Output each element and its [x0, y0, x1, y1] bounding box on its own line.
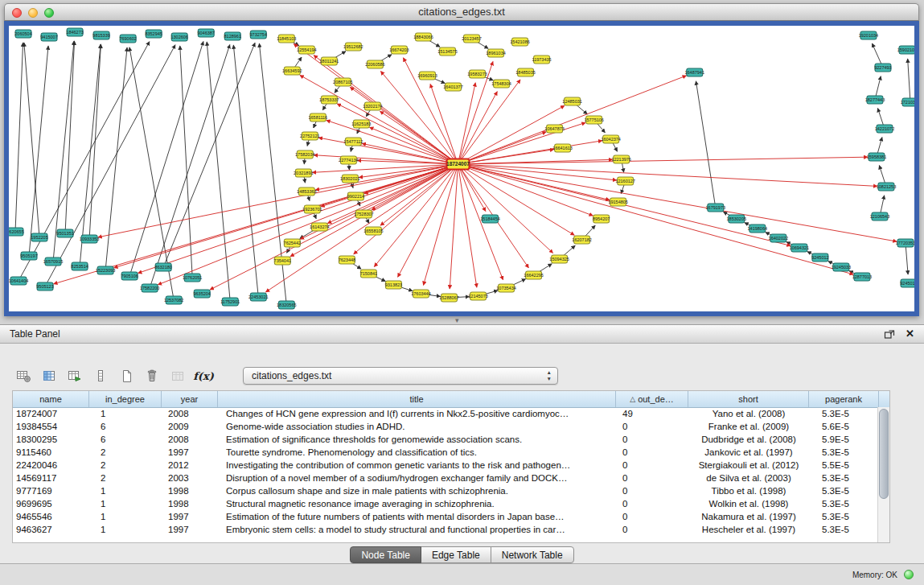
new-column-button[interactable] [64, 366, 85, 385]
network-node[interactable]: 16960913 [417, 72, 437, 80]
network-node[interactable]: 7150841 [360, 270, 377, 278]
network-node[interactable]: 10762051 [183, 274, 202, 282]
network-node[interactable]: 17720353 [896, 239, 914, 247]
network-node[interactable]: 17210363 [901, 98, 914, 106]
network-node[interactable]: 12877013 [852, 273, 872, 281]
network-node[interactable]: 2620655 [9, 228, 24, 236]
network-node[interactable]: 19583273 [467, 70, 487, 78]
network-node[interactable]: 18530205 [727, 215, 746, 223]
network-node[interactable]: 16207182 [572, 236, 591, 244]
network-node[interactable]: 8253514 [71, 262, 88, 270]
close-panel-icon[interactable]: ✕ [906, 328, 914, 340]
network-node[interactable]: 12537082 [164, 296, 183, 304]
network-node[interactable]: 16634592 [282, 67, 302, 75]
float-panel-icon[interactable] [884, 328, 895, 340]
network-node[interactable]: 20123457 [462, 35, 481, 43]
network-node[interactable]: 9245012 [811, 253, 828, 262]
network-node[interactable]: 1952205 [31, 233, 47, 241]
table-row[interactable]: 946554611997Estimation of the future num… [13, 510, 878, 523]
network-node[interactable]: 18753337 [319, 96, 339, 104]
minimize-button[interactable] [28, 8, 38, 18]
column-header-year[interactable]: year [162, 391, 218, 407]
network-node[interactable]: 12554194 [297, 46, 316, 54]
column-header-pagerank[interactable]: pagerank [809, 391, 879, 407]
network-node[interactable]: 7623448 [339, 256, 355, 264]
network-node[interactable]: 10933353 [80, 235, 99, 243]
network-node[interactable]: 9732754 [250, 31, 267, 39]
network-node[interactable]: 9227493 [874, 64, 891, 72]
network-node[interactable]: 9501351 [56, 229, 73, 237]
new-table-button[interactable] [116, 366, 137, 385]
network-node[interactable]: 7690602 [119, 35, 136, 43]
network-node[interactable]: 19512682 [343, 43, 363, 51]
network-node[interactable]: 12160127 [615, 177, 634, 185]
network-node[interactable]: 13202174 [363, 102, 382, 110]
show-columns-button[interactable] [39, 366, 60, 385]
network-node[interactable]: 11973435 [532, 56, 552, 64]
network-node[interactable]: 7905106 [121, 272, 138, 280]
network-window-titlebar[interactable]: citations_edges.txt [4, 3, 919, 21]
network-node[interactable]: 22774134 [339, 156, 358, 164]
function-builder-button[interactable]: f(x) [193, 366, 214, 385]
network-node[interactable]: 10821253 [877, 183, 896, 191]
network-node[interactable]: 12106543 [870, 212, 889, 220]
network-node[interactable]: 16558105 [363, 227, 383, 235]
network-node[interactable]: 9505123 [36, 282, 53, 290]
network-node[interactable]: 1846273 [66, 28, 83, 36]
network-node[interactable]: 7625442 [284, 239, 301, 247]
network-node[interactable]: 9245018 [900, 279, 914, 287]
network-canvas[interactable]: 2060504941500718462739815339769060283529… [9, 26, 914, 311]
network-node[interactable]: 15421086 [510, 38, 529, 46]
network-node[interactable]: 17548304 [491, 80, 511, 88]
network-node[interactable]: 16674203 [389, 46, 409, 54]
scrollbar-thumb[interactable] [879, 409, 889, 499]
network-node[interactable]: 17582034 [295, 150, 314, 159]
network-node[interactable]: 15134575 [437, 47, 457, 56]
network-node[interactable]: 17528307 [354, 210, 373, 218]
network-node[interactable]: 15094325 [549, 255, 569, 263]
network-node[interactable]: 20321891 [294, 169, 313, 177]
network-node[interactable]: 17603444 [411, 290, 430, 298]
network-node[interactable]: 9902214 [347, 192, 364, 200]
network-node[interactable]: 9815339 [92, 31, 109, 39]
network-node[interactable]: 15184454 [480, 215, 499, 223]
network-node[interactable]: 1302606 [170, 33, 187, 41]
network-node[interactable]: 16581116 [309, 113, 328, 122]
network-node[interactable]: 8352945 [145, 30, 162, 38]
network-node[interactable]: 14221072 [875, 125, 894, 133]
delete-table-button[interactable] [142, 366, 162, 385]
table-row[interactable]: 977716911998Corpus callosum shape and si… [13, 484, 878, 497]
panel-resize-handle[interactable]: ▾ [455, 316, 459, 324]
network-node[interactable]: 18724007 [446, 159, 470, 170]
network-node[interactable]: 16401377 [443, 83, 462, 91]
table-row[interactable]: 1872400712008Changes of HCN gene express… [13, 407, 878, 420]
close-button[interactable] [12, 8, 22, 18]
network-node[interactable]: 11845103 [277, 35, 296, 43]
network-node[interactable]: 22060586 [365, 60, 384, 68]
tab-edge-table[interactable]: Edge Table [421, 546, 491, 563]
column-header-title[interactable]: title [218, 391, 616, 407]
network-node[interactable]: 19245033 [832, 263, 851, 271]
network-node[interactable]: 16641613 [552, 144, 572, 152]
zoom-button[interactable] [44, 8, 54, 18]
network-node[interactable]: 16570915 [43, 257, 63, 266]
network-node[interactable]: 2060504 [14, 30, 31, 38]
table-row[interactable]: 1456911722003Disruption of a novel membe… [13, 472, 878, 484]
column-header-name[interactable]: name [13, 391, 89, 407]
network-node[interactable]: 22752121 [300, 132, 319, 140]
network-node[interactable]: 17582200 [140, 284, 159, 292]
network-node[interactable]: 12145073 [468, 292, 487, 300]
network-node[interactable]: 12213976 [611, 155, 630, 163]
network-node[interactable]: 10694321 [790, 244, 809, 252]
network-node[interactable]: 19201034 [859, 31, 878, 39]
network-node[interactable]: 15223093 [96, 266, 115, 274]
network-node[interactable]: 8128961 [224, 32, 241, 40]
network-node[interactable]: 16042374 [601, 135, 620, 143]
network-node[interactable]: 9313823 [385, 281, 402, 289]
table-settings-button[interactable] [13, 366, 34, 385]
network-node[interactable]: 18485035 [515, 68, 535, 76]
network-node[interactable]: 16791973 [706, 204, 725, 212]
network-node[interactable]: 9635204 [193, 290, 210, 298]
network-node[interactable]: 15477112 [343, 138, 363, 146]
network-node[interactable]: 11625183 [351, 120, 371, 128]
